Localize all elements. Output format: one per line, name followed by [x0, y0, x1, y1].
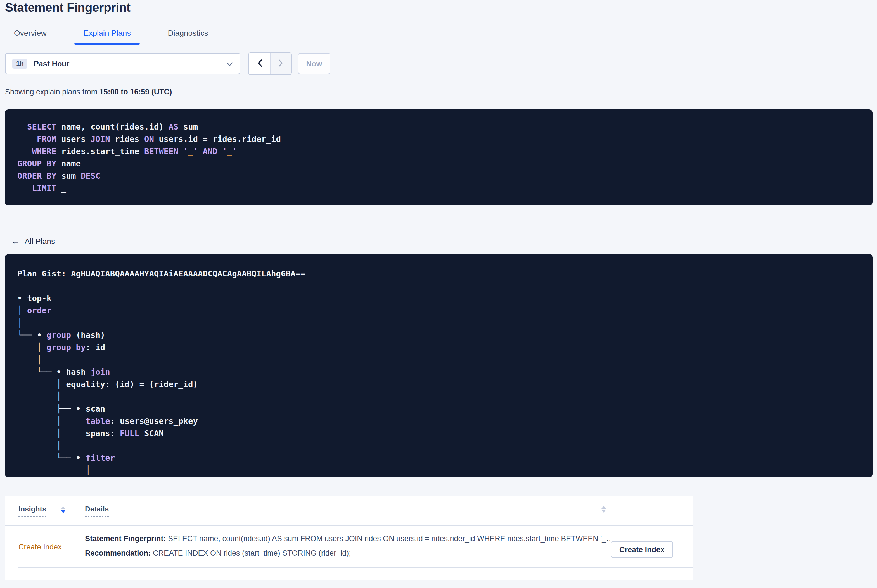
tab-explain-plans-label: Explain Plans — [84, 28, 131, 38]
sql-statement-box: SELECT name, count(rides.id) AS sum FROM… — [5, 110, 872, 206]
statement-fingerprint-page: Statement Fingerprint Overview Explain P… — [0, 0, 877, 588]
time-pager — [248, 52, 292, 75]
table-row: Create Index Statement Fingerprint: SELE… — [18, 526, 693, 568]
interval-badge: 1h — [12, 58, 28, 69]
sort-icon-insights — [61, 506, 65, 513]
now-button[interactable]: Now — [298, 53, 330, 74]
next-interval-button[interactable] — [270, 53, 291, 74]
tab-diagnostics-label: Diagnostics — [168, 28, 208, 38]
prev-interval-button[interactable] — [249, 53, 270, 74]
recommendation-label: Recommendation: — [85, 549, 151, 557]
showing-prefix: Showing explain plans from — [5, 88, 99, 96]
statement-fingerprint-line: Statement Fingerprint: SELECT name, coun… — [85, 533, 611, 544]
insight-cell: Create Index — [18, 526, 85, 567]
showing-range: 15:00 to 16:59 (UTC) — [99, 88, 172, 96]
interval-label: Past Hour — [34, 60, 226, 68]
tab-overview-label: Overview — [14, 28, 47, 38]
fingerprint-label: Statement Fingerprint: — [85, 534, 166, 543]
column-header-details[interactable]: Details — [85, 505, 109, 516]
back-arrow-icon: ← — [11, 236, 20, 246]
recommendation-line: Recommendation: CREATE INDEX ON rides (s… — [85, 548, 611, 559]
create-index-link[interactable]: Create Index — [18, 543, 62, 551]
page-title: Statement Fingerprint — [5, 0, 131, 15]
tab-explain-plans[interactable]: Explain Plans — [75, 22, 140, 44]
column-header-insights[interactable]: Insights — [18, 505, 85, 516]
all-plans-label: All Plans — [25, 237, 55, 245]
tab-overview[interactable]: Overview — [5, 22, 56, 44]
chevron-right-icon — [278, 58, 284, 69]
insights-table-card: Insights Details Create Index Statement … — [5, 496, 693, 580]
chevron-left-icon — [256, 58, 262, 69]
chevron-down-icon — [226, 58, 233, 69]
details-column-label: Details — [85, 505, 109, 516]
plan-gist-box: Plan Gist: AgHUAQIABQAAAAHYAQIAiAEAAAADC… — [5, 254, 872, 477]
all-plans-back-link[interactable]: ← All Plans — [11, 236, 55, 246]
time-interval-select[interactable]: 1h Past Hour — [5, 53, 240, 74]
tabs: Overview Explain Plans Diagnostics — [5, 22, 877, 44]
sort-icon-details — [602, 506, 606, 513]
time-selector-row: 1h Past Hour Now — [5, 52, 330, 75]
showing-range-text: Showing explain plans from 15:00 to 16:5… — [5, 88, 172, 96]
details-cell: Statement Fingerprint: SELECT name, coun… — [85, 526, 611, 567]
insights-table-header: Insights Details — [5, 496, 693, 526]
insights-column-label: Insights — [18, 505, 47, 516]
recommendation-text: CREATE INDEX ON rides (start_time) STORI… — [151, 549, 351, 557]
tab-diagnostics[interactable]: Diagnostics — [159, 22, 217, 44]
fingerprint-text: SELECT name, count(rides.id) AS sum FROM… — [166, 534, 611, 543]
create-index-button[interactable]: Create Index — [611, 541, 673, 558]
